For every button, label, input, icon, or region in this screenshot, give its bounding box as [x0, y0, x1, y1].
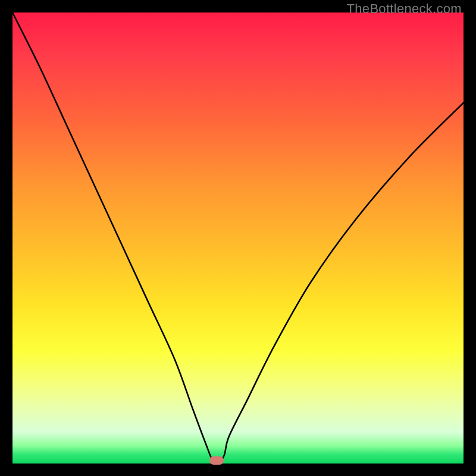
curve-path: [12, 12, 464, 463]
optimum-marker: [209, 456, 224, 465]
bottleneck-curve: [12, 12, 464, 464]
attribution-text: TheBottleneck.com: [347, 1, 462, 17]
chart-frame: TheBottleneck.com: [0, 0, 476, 476]
plot-area: [12, 12, 464, 464]
